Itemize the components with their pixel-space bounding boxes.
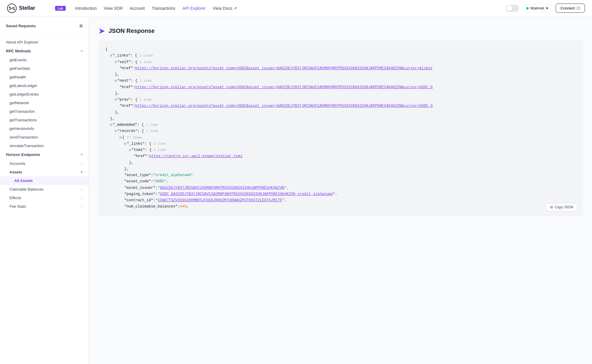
sidebar-getHealth[interactable]: getHealth [0, 73, 89, 81]
json-paging-token: "paging_token": "USDC_GA5ZSEJYB37JRC5AVC… [105, 191, 575, 197]
lab-badge[interactable]: Lab [55, 6, 66, 11]
main-content: ➤ JSON Response { ⊟ "_links": { 3 items … [89, 17, 592, 364]
sidebar-fee-stats[interactable]: Fee Stats › [0, 202, 89, 211]
json-next-close: }, [105, 91, 575, 97]
json-asset-issuer: "asset_issuer": "GA5ZSEJYB37JRC5AVCIA5M0… [105, 185, 575, 191]
network-status-dot [526, 7, 529, 9]
collapse-self-icon[interactable]: ⊟ [115, 59, 117, 65]
sidebar-effects[interactable]: Effects › [0, 194, 89, 202]
sidebar-claimable-balances[interactable]: Claimable Balances › [0, 185, 89, 194]
sidebar: Saved Requests ⊞ About API Explorer RPC … [0, 17, 89, 364]
nav-introduction[interactable]: Introduction [75, 6, 97, 11]
nav-view-xdr[interactable]: View XDR [104, 6, 123, 11]
sidebar-getTransaction[interactable]: getTransaction [0, 107, 89, 116]
theme-toggle[interactable] [506, 5, 519, 12]
collapse-inner-links-icon[interactable]: ⊟ [124, 141, 126, 147]
save-icon[interactable]: ⊞ [79, 24, 83, 28]
logo-text: Stellar [19, 5, 35, 11]
connect-button[interactable]: Connect ⬡ [556, 4, 585, 13]
collapse-links-icon[interactable]: ⊟ [110, 53, 112, 59]
nav-links: Introduction View XDR Account Transactio… [75, 6, 497, 11]
accounts-chevron-icon: › [81, 161, 83, 166]
json-inner-links-line: ⊟ "_links": { 1 item [105, 141, 575, 147]
svg-point-1 [9, 7, 11, 8]
collapse-records-icon[interactable]: ⊟ [115, 128, 117, 134]
copy-json-button[interactable]: ⧉ Copy JSON [546, 203, 578, 211]
collapse-prev-icon[interactable]: ⊟ [115, 97, 117, 103]
json-next-line: ⊟ "next": { 1 item [105, 78, 575, 84]
sidebar-getNetwork[interactable]: getNetwork [0, 99, 89, 107]
network-selector[interactable]: Mainnet ▾ [522, 4, 552, 12]
collapse-embedded-icon[interactable]: ⊟ [110, 122, 112, 128]
paging-token-link[interactable]: USDC_GA5ZSEJYB37JRC5AVCIA5M0P4RHTM335X2K… [160, 192, 333, 196]
copy-icon: ⧉ [550, 205, 553, 209]
collapse-next-icon[interactable]: ⊟ [115, 78, 117, 84]
sidebar-all-assets[interactable]: All Assets [0, 176, 89, 185]
top-navigation: Stellar Lab Introduction View XDR Accoun… [0, 0, 592, 17]
saved-requests-label: Saved Requests [6, 24, 36, 28]
sidebar-getFeeStats[interactable]: getFeeStats [0, 64, 89, 73]
logo: Stellar [7, 4, 46, 13]
json-self-close: }, [105, 72, 575, 78]
theme-toggle-knob [506, 5, 512, 11]
sidebar-about[interactable]: About API Explorer [0, 38, 89, 46]
json-prev-close: }, [105, 109, 575, 116]
collapse-toml-icon[interactable]: ⊟ [129, 147, 131, 153]
network-chevron-icon: ▾ [546, 6, 548, 10]
network-label: Mainnet [530, 6, 544, 10]
json-asset-code: "asset_code": "USDC", [105, 178, 575, 185]
next-href-link[interactable]: https://horizon.stellar.org/assets?asset… [135, 84, 433, 91]
sidebar-getEvents[interactable]: getEvents [0, 56, 89, 64]
json-response-title: JSON Response [109, 28, 155, 34]
nav-right: Mainnet ▾ Connect ⬡ [506, 4, 585, 13]
json-toml-href: "href": https://centre.io/.well-known/st… [105, 153, 575, 160]
json-response-header: ➤ JSON Response [98, 26, 583, 36]
json-viewer: { ⊟ "_links": { 3 items ⊟ "self": { 1 it… [98, 41, 583, 216]
horizon-chevron-icon: ▾ [81, 153, 83, 157]
json-prev-line: ⊟ "prev": { 1 item [105, 97, 575, 103]
connect-label: Connect [561, 6, 575, 10]
sidebar-getTransactions[interactable]: getTransactions [0, 116, 89, 124]
json-asset-type: "asset_type": "credit_alphanum4", [105, 172, 575, 178]
prev-href-link[interactable]: https://horizon.stellar.org/assets?asset… [135, 103, 433, 109]
sidebar-horizon-endpoints[interactable]: Horizon Endpoints ▾ [0, 150, 89, 159]
sidebar-accounts[interactable]: Accounts › [0, 159, 89, 168]
json-root-open: { [105, 46, 575, 53]
arrow-right-icon: ➤ [98, 26, 105, 36]
toml-href-link[interactable]: https://centre.io/.well-known/stellar.to… [149, 153, 243, 160]
rpc-chevron-icon: ▾ [81, 49, 83, 53]
json-toml-close: }, [105, 160, 575, 166]
collapse-records-inner-icon[interactable]: ⊟ [120, 135, 122, 141]
sidebar-getLatestLedger[interactable]: getLatestLedger [0, 81, 89, 90]
json-next-href: "href": https://horizon.stellar.org/asse… [105, 84, 575, 91]
json-links-close: }, [105, 116, 575, 122]
svg-point-2 [13, 8, 15, 10]
json-inner-links-close: }, [105, 166, 575, 172]
json-contract-id: "contract_id": "CCW67TSZV3SSS2HXMBQ5JFGC… [105, 197, 575, 204]
sidebar-rpc-methods[interactable]: RPC Methods ▾ [0, 46, 89, 56]
asset-issuer-link[interactable]: GA5ZSEJYB37JRC5AVCIA5M0P4RHTM335X2KGX3IH… [160, 186, 284, 190]
nav-transactions[interactable]: Transactions [152, 6, 176, 11]
sidebar-header: Saved Requests ⊞ [0, 21, 89, 33]
sidebar-sendTransaction[interactable]: sendTransaction [0, 133, 89, 141]
sidebar-simulateTransaction[interactable]: simulateTransaction [0, 141, 89, 150]
json-records-inner: ⊟ { 17 items [105, 135, 575, 141]
main-layout: Saved Requests ⊞ About API Explorer RPC … [0, 17, 592, 364]
divider-1 [0, 35, 89, 36]
assets-chevron-icon: ▾ [81, 170, 83, 174]
json-records-line: ⊟ "records": [ 1 item [105, 128, 575, 134]
json-num-claimable: "num_claimable_balances": 449, [105, 204, 575, 210]
nav-view-docs[interactable]: View Docs ↗ [213, 6, 237, 11]
json-toml-line: ⊟ "toml": { 1 item [105, 147, 575, 153]
nav-api-explorer[interactable]: API Explorer [183, 6, 206, 11]
contract-id-link[interactable]: CCW67TSZV3SSS2HXMBQ5JFGCKJNXKZM7UQUWUZPU… [158, 198, 282, 202]
claimable-chevron-icon: › [81, 187, 83, 191]
nav-account[interactable]: Account [130, 6, 145, 11]
copy-label: Copy JSON [555, 205, 573, 209]
sidebar-getVersionInfo[interactable]: getVersionInfo [0, 124, 89, 133]
json-self-href: "href": https://horizon.stellar.org/asse… [105, 65, 575, 72]
sidebar-getLedgerEntries[interactable]: getLedgerEntries [0, 90, 89, 99]
sidebar-assets[interactable]: Assets ▾ [0, 168, 89, 176]
json-prev-href: "href": https://horizon.stellar.org/asse… [105, 103, 575, 109]
self-href-link[interactable]: https://horizon.stellar.org/assets?asset… [135, 65, 433, 72]
